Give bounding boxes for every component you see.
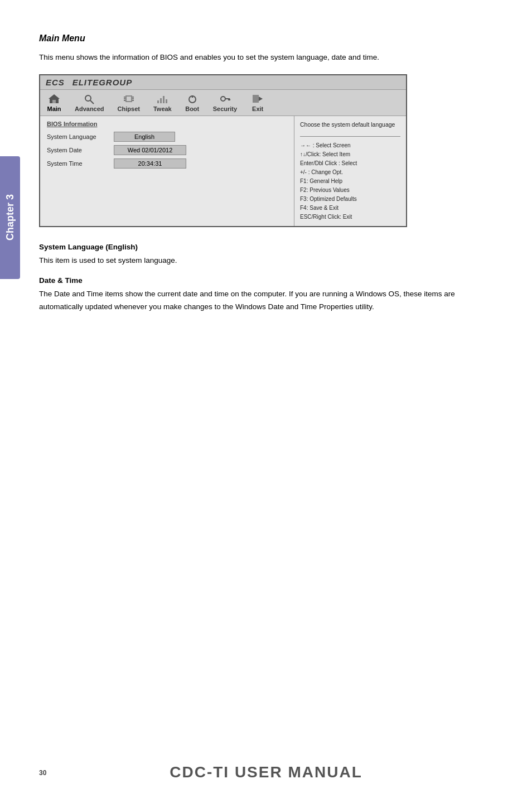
bios-key-hints: →← : Select Screen ↑↓/Click: Select Item… [300, 141, 400, 222]
bios-time-row: System Time 20:34:31 [47, 158, 287, 169]
key-hint-5: F2: Previous Values [300, 186, 400, 195]
bios-screenshot: ECS ELITEGROUP Main Advanced [39, 74, 407, 227]
svg-marker-23 [259, 97, 263, 101]
key-hint-4: F1: General Help [300, 177, 400, 186]
bios-right-panel: Choose the system default language →← : … [294, 116, 406, 226]
section-title: Main Menu [39, 33, 499, 44]
key-hint-8: ESC/Right Click: Exit [300, 213, 400, 222]
bios-language-value[interactable]: English [114, 132, 175, 142]
subsections: System Language (English) This item is u… [39, 243, 499, 314]
bios-brand: ECS ELITEGROUP [46, 78, 132, 87]
power-icon [185, 93, 200, 104]
bios-language-row: System Language English [47, 132, 287, 142]
bios-body: BIOS Information System Language English… [40, 116, 406, 226]
subsection-0-title: System Language (English) [39, 243, 499, 251]
bios-nav: Main Advanced [40, 90, 406, 116]
bios-brand-full: ELITEGROUP [72, 78, 133, 87]
nav-advanced-label: Advanced [75, 105, 104, 112]
svg-rect-15 [166, 99, 167, 103]
subsection-1-title: Date & Time [39, 276, 499, 285]
svg-rect-22 [253, 95, 259, 103]
home-icon [47, 93, 61, 104]
footer-title: CDC-TI USER MANUAL [0, 763, 532, 781]
bios-date-value[interactable]: Wed 02/01/2012 [114, 145, 186, 155]
nav-security-label: Security [213, 105, 237, 112]
bios-section-title: BIOS Information [47, 121, 287, 127]
bios-header: ECS ELITEGROUP [40, 75, 406, 90]
svg-point-2 [85, 95, 91, 101]
bios-language-label: System Language [47, 133, 114, 140]
nav-boot-label: Boot [185, 105, 199, 112]
nav-main-label: Main [47, 105, 61, 112]
key-hint-6: F3: Optimized Defaults [300, 195, 400, 204]
bios-date-label: System Date [47, 147, 114, 153]
nav-exit[interactable]: Exit [244, 91, 272, 114]
svg-rect-14 [163, 96, 165, 103]
nav-security[interactable]: Security [206, 91, 244, 114]
chip-icon [122, 93, 136, 104]
nav-boot[interactable]: Boot [178, 91, 206, 114]
svg-rect-13 [160, 98, 162, 103]
nav-exit-label: Exit [252, 105, 263, 112]
search-icon [82, 93, 96, 104]
nav-advanced[interactable]: Advanced [68, 91, 111, 114]
svg-point-18 [221, 97, 225, 101]
key-hint-0: →← : Select Screen [300, 141, 400, 150]
svg-line-3 [90, 100, 94, 104]
key-icon [217, 93, 232, 104]
nav-tweak-label: Tweak [153, 105, 172, 112]
bios-date-row: System Date Wed 02/01/2012 [47, 145, 287, 155]
intro-text: This menu shows the information of BIOS … [39, 51, 499, 64]
svg-rect-12 [157, 100, 159, 103]
chart-icon [155, 93, 170, 104]
page-number: 30 [39, 769, 46, 777]
key-hint-7: F4: Save & Exit [300, 204, 400, 213]
bios-left-panel: BIOS Information System Language English… [40, 116, 294, 226]
subsection-1-text: The Date and Time items show the current… [39, 288, 499, 314]
nav-chipset-label: Chipset [118, 105, 140, 112]
bios-time-label: System Time [47, 160, 114, 167]
nav-main[interactable]: Main [40, 91, 68, 114]
key-hint-2: Enter/Dbl Click : Select [300, 159, 400, 168]
footer: CDC-TI USER MANUAL [0, 763, 532, 781]
bios-time-value[interactable]: 20:34:31 [114, 158, 186, 169]
svg-rect-1 [52, 100, 56, 103]
key-hint-3: +/- : Change Opt. [300, 168, 400, 177]
chapter-tab: Chapter 3 [0, 156, 20, 279]
chapter-label: Chapter 3 [4, 194, 16, 241]
exit-icon [250, 93, 265, 104]
subsection-0-text: This item is used to set system language… [39, 254, 499, 267]
nav-tweak[interactable]: Tweak [147, 91, 178, 114]
bios-brand-ecs: ECS [46, 78, 65, 87]
main-content: Main Menu This menu shows the informatio… [39, 0, 499, 314]
nav-chipset[interactable]: Chipset [111, 91, 147, 114]
bios-divider [300, 136, 400, 137]
bios-help-text: Choose the system default language [300, 121, 400, 129]
key-hint-1: ↑↓/Click: Select Item [300, 150, 400, 159]
svg-rect-5 [127, 97, 131, 101]
